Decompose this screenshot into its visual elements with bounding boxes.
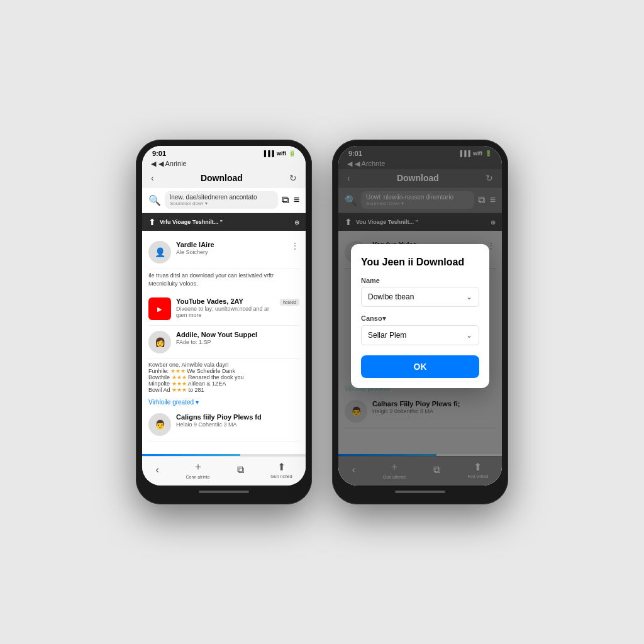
item-title-bottom-left: Caligns fiily Pioy Plews fd xyxy=(176,413,299,421)
bottom-btn-copy-left[interactable]: ⧉ xyxy=(237,464,244,475)
bottom-item-left: 👨 Caligns fiily Pioy Plews fd Helaio 9 C… xyxy=(148,408,299,441)
search-icon-left: 🔍 xyxy=(148,194,161,206)
list-item-add-left: 👩 Addile, Now Yout Suppel FAde to: 1.SP xyxy=(148,326,299,359)
modal-name-dropdown[interactable]: Dowlbe tbean ⌄ xyxy=(361,287,479,307)
content-area-left: 👤 Yardle lAire Ale Soichery ⋮ Ile truas … xyxy=(142,231,306,454)
item-sub-bottom-left: Helaio 9 Cohentiic 3 MA xyxy=(176,421,299,428)
modal-name-arrow: ⌄ xyxy=(466,292,472,301)
dark-banner-content-left: ⬆ Vrfu Vioage Teshnilt... " xyxy=(148,217,223,227)
bottom-back-icon-left: ‹ xyxy=(155,464,158,475)
modal-canon-label: Canso▾ xyxy=(361,314,479,323)
item-sub-add-left: FAde to: 1.SP xyxy=(176,339,299,345)
rating-1-left: Funhile: ★★★ We Schedirle Dank xyxy=(148,368,299,374)
avatar-bottom-left: 👨 xyxy=(148,413,171,436)
reload-icon-left[interactable]: ↻ xyxy=(289,173,297,183)
home-indicator-left xyxy=(142,486,306,498)
menu-icon-left[interactable]: ≡ xyxy=(294,194,299,206)
avatar-add-left: 👩 xyxy=(148,331,171,353)
search-sub-text-left: Sournlool dowr ▾ xyxy=(170,201,273,206)
time-left: 9:01 xyxy=(152,150,166,157)
blue-link-left[interactable]: Virhloile greated ▾ xyxy=(148,399,199,406)
dark-banner-left: ⬆ Vrfu Vioage Teshnilt... " ⊕ xyxy=(142,213,306,231)
rating-0-left: Kowber one, Ainwible vala dayr! xyxy=(148,362,299,368)
bottom-copy-icon-left: ⧉ xyxy=(237,464,244,475)
modal-canon-arrow: ⌄ xyxy=(466,331,472,340)
back-label-left: ◀ Anrinie xyxy=(158,160,187,168)
modal-title: You Jeen ii Download xyxy=(361,257,479,268)
avatar-0-left: 👤 xyxy=(148,241,171,264)
rating-4-left: Bowil Ad ★★★ to 281 xyxy=(148,387,299,393)
nav-back-left[interactable]: ‹ xyxy=(151,173,154,183)
back-arrow-left[interactable]: ◀ xyxy=(151,160,156,168)
rating-2-left: Bowthile ★★★ Renared the dook you xyxy=(148,374,299,380)
item-content-0-left: Yardle lAire Ale Soichery xyxy=(176,241,286,255)
item-sub-0-left: Ale Soichery xyxy=(176,249,286,255)
copy-icon-left[interactable]: ⧉ xyxy=(282,194,289,206)
banner-search-left[interactable]: ⊕ xyxy=(294,219,299,226)
status-icons-left: ▐▐▐ wifi 🔋 xyxy=(262,150,296,157)
list-item-yt-left: ▶ YouTube Vades, 2AY Diveene to lay; uun… xyxy=(148,292,299,326)
modal-name-value: Dowlbe tbean xyxy=(368,292,414,301)
search-input-left[interactable]: lnew. dae/sitedneren ancontato Sournlool… xyxy=(165,191,278,209)
wifi-icon: wifi xyxy=(277,150,286,157)
ratings-section-left: Kowber one, Ainwible vala dayr! Funhile:… xyxy=(148,359,299,396)
item-content-bottom-left: Caligns fiily Pioy Plews fd Helaio 9 Coh… xyxy=(176,413,299,428)
bottom-btn-add-left[interactable]: ＋ Conn afrinte xyxy=(186,460,210,479)
nav-title-left: Download xyxy=(201,173,243,183)
banner-icon-left: ⬆ xyxy=(148,217,156,227)
modal-box: You Jeen ii Download Name Dowlbe tbean ⌄… xyxy=(351,244,489,388)
battery-icon: 🔋 xyxy=(289,150,296,157)
search-main-text-left: lnew. dae/sitedneren ancontato xyxy=(170,194,273,201)
modal-canon-value: Sellar Plem xyxy=(368,331,406,340)
item-content-yt-left: YouTube Vades, 2AY Diveene to lay; uunlt… xyxy=(176,297,275,318)
bottom-add-label-left: Conn afrinte xyxy=(186,475,210,479)
item-title-0-left: Yardle lAire xyxy=(176,241,286,248)
modal-name-label: Name xyxy=(361,277,479,284)
right-phone: 9:01 ▐▐▐ wifi 🔋 ◀ ◀ Archnte ‹ Download ↻… xyxy=(332,140,508,504)
home-bar-right xyxy=(395,491,445,493)
home-indicator-right xyxy=(338,486,502,498)
item-content-add-left: Addile, Now Yout Suppel FAde to: 1.SP xyxy=(176,331,299,345)
modal-overlay: You Jeen ii Download Name Dowlbe tbean ⌄… xyxy=(338,146,502,486)
rating-3-left: Minpolte ★★★ AiIlean & 1ZEA xyxy=(148,380,299,387)
home-bar-left xyxy=(199,491,249,493)
left-screen: 9:01 ▐▐▐ wifi 🔋 ◀ ◀ Anrinie ‹ Download ↻… xyxy=(142,146,306,486)
left-phone: 9:01 ▐▐▐ wifi 🔋 ◀ ◀ Anrinie ‹ Download ↻… xyxy=(136,140,312,504)
item-menu-0-left[interactable]: ⋮ xyxy=(291,241,299,251)
item-title-add-left: Addile, Now Yout Suppel xyxy=(176,331,299,338)
list-item-0-left: 👤 Yardle lAire Ale Soichery ⋮ xyxy=(148,236,299,269)
modal-ok-button[interactable]: OK xyxy=(361,355,479,378)
right-screen: 9:01 ▐▐▐ wifi 🔋 ◀ ◀ Archnte ‹ Download ↻… xyxy=(338,146,502,486)
item-sub-yt-left: Diveene to lay; uunltown:nced and ar gam… xyxy=(176,306,275,318)
bottom-share-label-left: Gun nched xyxy=(270,474,292,479)
search-actions-left: ⧉ ≡ xyxy=(282,194,299,206)
avatar-yt-left: ▶ xyxy=(148,297,171,320)
bottom-add-icon-left: ＋ xyxy=(193,460,203,474)
status-bar-left: 9:01 ▐▐▐ wifi 🔋 xyxy=(142,146,306,158)
bottom-btn-back-left[interactable]: ‹ xyxy=(155,464,158,475)
bottom-share-icon-left: ⬆ xyxy=(277,461,286,473)
nav-bar-left: ‹ Download ↻ xyxy=(142,169,306,187)
modal-canon-dropdown[interactable]: Sellar Plem ⌄ xyxy=(361,325,479,345)
bottom-btn-share-left[interactable]: ⬆ Gun nched xyxy=(270,461,292,479)
search-bar-left: 🔍 lnew. dae/sitedneren ancontato Sournlo… xyxy=(142,187,306,213)
signal-icon: ▐▐▐ xyxy=(262,150,274,157)
banner-text-left: Vrfu Vioage Teshnilt... " xyxy=(160,219,223,225)
back-bar-left[interactable]: ◀ ◀ Anrinie xyxy=(142,158,306,169)
desc-text-left: Ile truas ditsl an download your can les… xyxy=(148,272,299,287)
badge-hosted-left: houled xyxy=(280,299,299,306)
item-title-yt-left: YouTube Vades, 2AY xyxy=(176,297,275,305)
bottom-bar-left: ‹ ＋ Conn afrinte ⧉ ⬆ Gun nched xyxy=(142,456,306,486)
